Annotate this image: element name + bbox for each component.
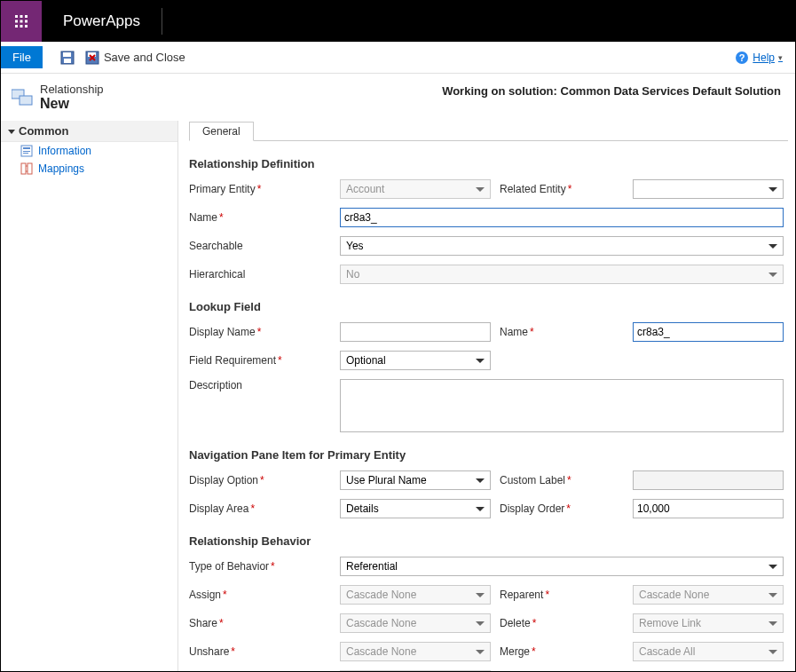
nav: Common Information Mappings <box>1 121 178 672</box>
nav-item-mappings[interactable]: Mappings <box>1 160 177 178</box>
svg-rect-11 <box>64 59 71 63</box>
tab-general[interactable]: General <box>189 122 254 141</box>
display-order-input[interactable] <box>633 499 784 518</box>
working-solution-text: Working on solution: Common Data Service… <box>442 83 784 98</box>
related-entity-select[interactable] <box>633 179 784 199</box>
label-field-requirement: Field Requirement <box>189 354 331 367</box>
toolbar: File Save and Close ? Help ▾ <box>1 42 795 74</box>
file-button[interactable]: File <box>1 46 43 68</box>
save-icon <box>60 51 75 65</box>
nav-item-label: Information <box>38 145 91 157</box>
app-launcher-button[interactable] <box>1 1 42 42</box>
body: Common Information Mappings General <box>1 121 795 672</box>
sub-header: Relationship New Working on solution: Co… <box>1 74 795 121</box>
mappings-icon <box>20 162 33 175</box>
label-share: Share <box>189 617 331 629</box>
display-option-select[interactable]: Use Plural Name <box>340 470 491 490</box>
save-and-close-button[interactable]: Save and Close <box>80 49 191 67</box>
app-title: PowerApps <box>42 12 162 30</box>
waffle-icon <box>14 14 28 28</box>
label-display-name: Display Name <box>189 326 331 338</box>
svg-rect-17 <box>20 96 32 105</box>
section-behavior: Relationship Behavior <box>189 534 788 548</box>
merge-select[interactable]: Cascade All <box>633 642 784 661</box>
label-display-order: Display Order <box>500 502 624 515</box>
label-related-entity: Related Entity <box>500 183 624 195</box>
custom-label-input[interactable] <box>633 470 784 490</box>
svg-rect-19 <box>23 147 30 149</box>
svg-rect-21 <box>23 153 28 154</box>
svg-rect-10 <box>63 52 71 57</box>
svg-text:?: ? <box>739 52 745 63</box>
svg-rect-8 <box>25 25 28 28</box>
description-textarea[interactable] <box>340 379 784 432</box>
collapse-icon <box>8 130 15 134</box>
label-lookup-name: Name <box>500 326 624 338</box>
sub-header-title: New <box>40 96 104 112</box>
svg-rect-4 <box>20 20 23 23</box>
label-name: Name <box>189 211 331 224</box>
label-display-option: Display Option <box>189 474 331 486</box>
help-label: Help <box>753 51 775 64</box>
display-name-input[interactable] <box>340 322 491 342</box>
tabs: General <box>189 121 788 141</box>
label-display-area: Display Area <box>189 502 331 515</box>
label-primary-entity: Primary Entity <box>189 183 331 195</box>
section-lookup-field: Lookup Field <box>189 300 788 313</box>
svg-rect-0 <box>15 15 18 18</box>
lookup-name-input[interactable] <box>633 322 784 342</box>
label-merge: Merge <box>500 645 624 658</box>
info-page-icon <box>20 145 33 157</box>
label-unshare: Unshare <box>189 645 331 658</box>
label-type-of-behavior: Type of Behavior <box>189 560 331 573</box>
label-hierarchical: Hierarchical <box>189 268 331 281</box>
section-relationship-definition: Relationship Definition <box>189 157 788 170</box>
display-area-select[interactable]: Details <box>340 499 491 518</box>
svg-rect-23 <box>28 163 32 174</box>
content: General Relationship Definition Primary … <box>178 121 795 672</box>
top-bar: PowerApps <box>1 1 795 42</box>
save-and-close-label: Save and Close <box>104 51 185 64</box>
caret-down-icon: ▾ <box>778 53 783 62</box>
label-reparent: Reparent <box>500 589 624 601</box>
sub-header-label: Relationship <box>40 83 104 96</box>
delete-select[interactable]: Remove Link <box>633 613 784 633</box>
hierarchical-select[interactable]: No <box>340 265 784 284</box>
svg-rect-6 <box>15 25 18 28</box>
label-searchable: Searchable <box>189 240 331 252</box>
type-of-behavior-select[interactable]: Referential <box>340 557 784 576</box>
help-link[interactable]: ? Help ▾ <box>735 51 792 65</box>
searchable-select[interactable]: Yes <box>340 236 784 256</box>
unshare-select[interactable]: Cascade None <box>340 642 491 661</box>
svg-rect-7 <box>20 25 23 28</box>
svg-rect-20 <box>23 151 30 152</box>
assign-select[interactable]: Cascade None <box>340 585 491 605</box>
nav-item-information[interactable]: Information <box>1 142 177 160</box>
name-input[interactable] <box>340 208 784 227</box>
nav-root-common[interactable]: Common <box>1 121 177 142</box>
label-assign: Assign <box>189 589 331 601</box>
label-description: Description <box>189 379 331 391</box>
label-delete: Delete <box>500 617 624 629</box>
top-divider <box>162 8 162 35</box>
svg-rect-1 <box>20 15 23 18</box>
nav-item-label: Mappings <box>38 162 84 175</box>
share-select[interactable]: Cascade None <box>340 613 491 633</box>
save-close-icon <box>85 51 99 65</box>
help-icon: ? <box>735 51 749 65</box>
svg-rect-2 <box>25 15 28 18</box>
svg-rect-3 <box>15 20 18 23</box>
relationship-icon <box>12 89 33 107</box>
reparent-select[interactable]: Cascade None <box>633 585 784 605</box>
svg-rect-22 <box>21 163 26 174</box>
field-requirement-select[interactable]: Optional <box>340 351 491 370</box>
primary-entity-select[interactable]: Account <box>340 179 491 199</box>
label-custom-label: Custom Label <box>500 474 624 486</box>
save-button[interactable] <box>55 49 80 67</box>
section-nav-pane: Navigation Pane Item for Primary Entity <box>189 448 788 462</box>
svg-rect-5 <box>25 20 28 23</box>
